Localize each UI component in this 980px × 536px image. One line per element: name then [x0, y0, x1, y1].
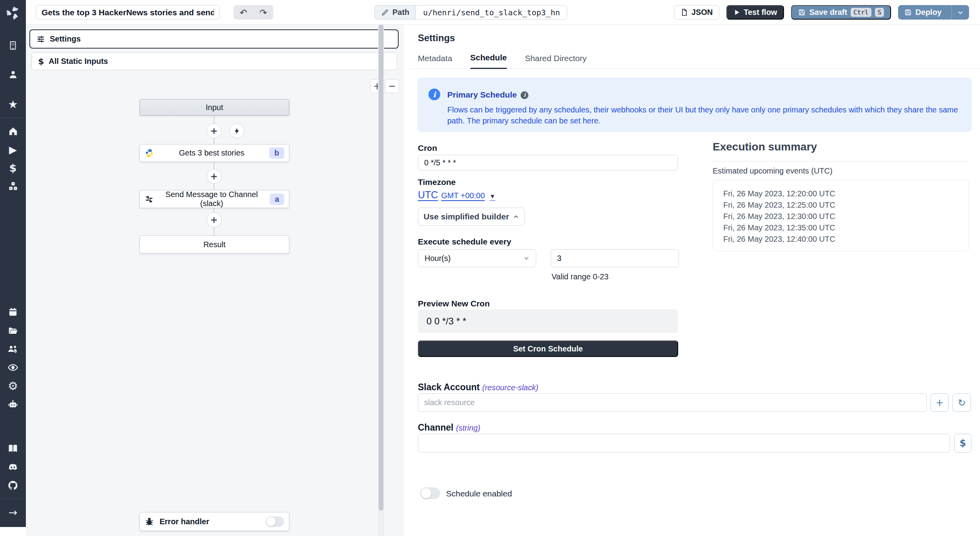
schedule-enabled-toggle[interactable]: [420, 487, 440, 499]
collapse-arrow-icon[interactable]: →: [0, 503, 26, 522]
flow-node-input[interactable]: Input: [140, 99, 289, 116]
flow-node-step-b[interactable]: Gets 3 best stories b: [140, 144, 289, 162]
info-icon: i: [428, 89, 440, 100]
left-icon-rail: ★ ▶ $: [0, 0, 26, 527]
groups-icon[interactable]: [0, 340, 26, 358]
execution-summary-subtitle: Estimated upcoming events (UTC): [713, 167, 833, 176]
cron-input[interactable]: [418, 155, 678, 170]
error-handler-box[interactable]: Error handler: [140, 512, 289, 531]
simplified-builder-toggle[interactable]: Use simplified builder: [418, 208, 524, 226]
add-resource-button[interactable]: +: [931, 393, 949, 412]
panel-scrollbar[interactable]: [378, 25, 384, 536]
channel-input[interactable]: [418, 434, 950, 453]
schedules-calendar-icon[interactable]: [0, 303, 26, 321]
user-icon[interactable]: [0, 65, 26, 84]
event-timestamp: Fri, 26 May 2023, 12:40:00 UTC: [723, 234, 969, 245]
rail-divider: [0, 118, 26, 118]
channel-type-hint: (string): [456, 424, 480, 432]
info-icon[interactable]: i: [521, 91, 528, 99]
dollar-icon: $: [38, 56, 44, 66]
execution-summary-title: Execution summary: [713, 141, 817, 153]
resources-cubes-icon[interactable]: [0, 177, 26, 196]
python-icon: [145, 148, 154, 158]
set-cron-schedule-button[interactable]: Set Cron Schedule: [418, 340, 678, 357]
tab-shared-directory[interactable]: Shared Directory: [525, 54, 587, 69]
save-draft-button[interactable]: Save draft Ctrl S: [791, 5, 891, 20]
workers-robot-icon[interactable]: [0, 395, 26, 413]
interval-unit-select[interactable]: Hour(s): [418, 249, 536, 267]
all-static-inputs-label: All Static Inputs: [49, 57, 108, 66]
docs-book-icon[interactable]: [0, 439, 26, 458]
error-handler-toggle[interactable]: [266, 516, 284, 527]
flow-graph-panel: Settings $ All Static Inputs + − Input +: [26, 25, 404, 536]
valid-range-helper: Valid range 0-23: [552, 272, 608, 281]
flow-summary-input[interactable]: [36, 5, 220, 20]
topbar: ↶ ↷ Path u/henri/send_to_slack_top3_hn: [26, 0, 980, 25]
audit-eye-icon[interactable]: [0, 358, 26, 377]
home-icon[interactable]: [0, 122, 26, 140]
chevron-down-icon: ▼: [490, 193, 495, 199]
folders-icon[interactable]: [0, 321, 26, 340]
channel-label: Channel (string): [418, 422, 480, 433]
upcoming-events-box: Fri, 26 May 2023, 12:20:00 UTC Fri, 26 M…: [713, 180, 969, 251]
kbd-s: S: [875, 8, 884, 17]
path-value[interactable]: u/henri/send_to_slack_top3_hn: [416, 5, 567, 19]
timezone-label: Timezone: [418, 177, 456, 187]
test-flow-button[interactable]: Test flow: [726, 5, 784, 20]
primary-schedule-description: Flows can be triggered by any schedules,…: [447, 104, 959, 126]
timezone-selector[interactable]: UTC GMT +00:00 ▼: [418, 189, 495, 201]
add-step-button[interactable]: +: [207, 123, 221, 138]
github-icon[interactable]: [0, 476, 26, 495]
windmill-flow-editor: ★ ▶ $: [0, 0, 980, 536]
event-timestamp: Fri, 26 May 2023, 12:25:00 UTC: [723, 199, 969, 211]
divider: [713, 161, 969, 161]
execute-every-label: Execute schedule every: [418, 237, 511, 246]
deploy-button-group: Deploy: [898, 5, 969, 20]
interval-value-input[interactable]: [551, 249, 679, 267]
redo-icon[interactable]: ↷: [255, 6, 272, 19]
preview-cron-label: Preview New Cron: [418, 299, 490, 308]
refresh-resources-button[interactable]: ↻: [953, 393, 971, 412]
chevron-down-icon: [523, 255, 530, 261]
path-group[interactable]: Path u/henri/send_to_slack_top3_hn: [374, 5, 567, 20]
bug-icon: [145, 517, 154, 526]
file-json-icon: [681, 9, 688, 16]
kbd-ctrl: Ctrl: [851, 8, 871, 17]
discord-icon[interactable]: [0, 458, 26, 476]
insert-variable-button[interactable]: $: [954, 434, 971, 453]
save-icon: [904, 9, 912, 16]
error-handler-label: Error handler: [160, 517, 209, 526]
slack-account-type-hint: (resource-slack): [482, 383, 538, 392]
settings-gear-icon[interactable]: ⚙: [0, 377, 26, 395]
tab-schedule[interactable]: Schedule: [470, 53, 507, 69]
scrollbar-thumb[interactable]: [379, 25, 383, 511]
flow-node-result[interactable]: Result: [140, 235, 289, 254]
json-button[interactable]: JSON: [674, 5, 719, 20]
slack-account-label: Slack Account (resource-slack): [418, 382, 538, 393]
trigger-bolt-button[interactable]: [229, 123, 244, 138]
play-icon: [733, 9, 740, 16]
path-label-text: Path: [392, 8, 409, 17]
workspace-icon[interactable]: [0, 36, 26, 54]
runs-play-icon[interactable]: ▶: [0, 140, 26, 159]
slack-resource-input[interactable]: [418, 393, 927, 412]
zoom-out-button[interactable]: −: [385, 79, 399, 93]
step-id-badge: b: [269, 147, 284, 159]
windmill-logo-icon[interactable]: [5, 5, 20, 20]
primary-schedule-title: Primary Schedulei: [447, 90, 528, 100]
event-timestamp: Fri, 26 May 2023, 12:35:00 UTC: [723, 222, 969, 234]
pencil-icon: [381, 9, 389, 16]
all-static-inputs-box[interactable]: $ All Static Inputs: [31, 53, 397, 70]
primary-schedule-info-box: i Primary Schedulei Flows can be trigger…: [418, 78, 971, 132]
flow-node-step-a[interactable]: Send Message to Channel (slack) a: [140, 190, 289, 208]
variables-dollar-icon[interactable]: $: [0, 159, 26, 177]
deploy-options-button[interactable]: [951, 5, 969, 20]
favorites-star-icon[interactable]: ★: [0, 95, 26, 114]
tab-metadata[interactable]: Metadata: [418, 54, 452, 69]
add-step-button[interactable]: +: [207, 212, 221, 227]
deploy-button[interactable]: Deploy: [898, 5, 948, 20]
save-icon: [798, 9, 806, 16]
flow-settings-box[interactable]: Settings: [29, 29, 399, 49]
undo-icon[interactable]: ↶: [235, 6, 252, 19]
add-step-button[interactable]: +: [207, 169, 221, 184]
